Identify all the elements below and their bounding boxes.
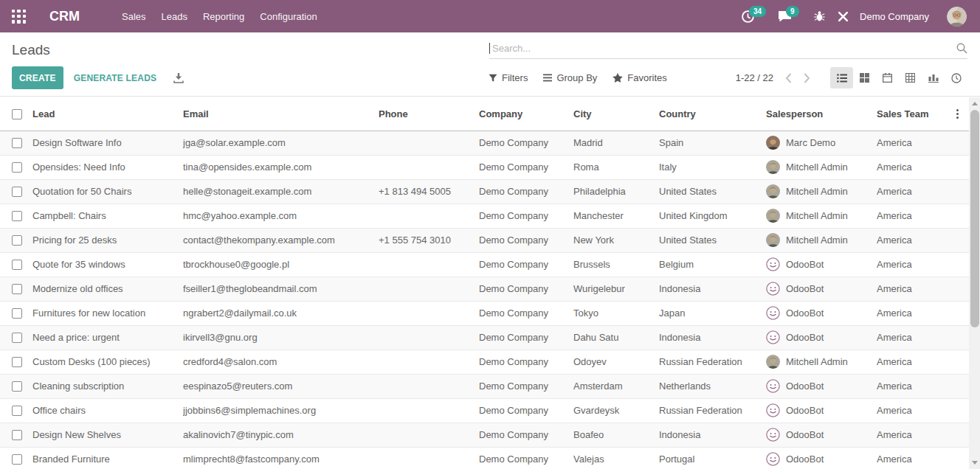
activities-icon[interactable]: 34 xyxy=(741,7,755,26)
lead-city: Tokyo xyxy=(573,301,659,325)
lead-country: United States xyxy=(659,179,766,204)
col-header-salesperson[interactable]: Salesperson xyxy=(766,97,877,131)
lead-company: Demo Company xyxy=(479,325,573,350)
table-row[interactable]: Pricing for 25 desks contact@thekompany.… xyxy=(0,228,969,252)
scroll-down-arrow[interactable] xyxy=(972,461,978,465)
row-checkbox[interactable] xyxy=(12,430,22,440)
table-row[interactable]: Branded Furniture mlimprecht8@fastcompan… xyxy=(0,447,969,469)
lead-name: Custom Desks (100 pieces) xyxy=(32,350,183,374)
table-row[interactable]: Campbell: Chairs hmc@yahoo.example.com D… xyxy=(0,204,969,228)
lead-country: United Kingdom xyxy=(659,204,766,228)
row-checkbox[interactable] xyxy=(12,235,22,246)
select-all-checkbox[interactable] xyxy=(12,109,22,119)
star-icon xyxy=(612,73,623,83)
scroll-thumb[interactable] xyxy=(970,110,979,327)
lead-city: Amsterdam xyxy=(573,374,659,398)
menu-sales[interactable]: Sales xyxy=(122,11,146,22)
col-header-city[interactable]: City xyxy=(573,97,659,131)
favorites-button[interactable]: Favorites xyxy=(612,72,666,83)
view-graph-button[interactable] xyxy=(922,67,945,88)
row-checkbox[interactable] xyxy=(12,162,22,173)
salesperson-avatar xyxy=(766,233,780,247)
row-checkbox[interactable] xyxy=(12,187,22,197)
table-row[interactable]: Furnitures for new location ngrabert2@da… xyxy=(0,301,969,325)
col-header-country[interactable]: Country xyxy=(659,97,766,131)
menu-leads[interactable]: Leads xyxy=(162,11,187,22)
bug-icon[interactable] xyxy=(813,7,826,26)
optional-columns-icon[interactable] xyxy=(952,109,962,119)
row-checkbox[interactable] xyxy=(12,260,22,270)
table-row[interactable]: Need a price: urgent ikirvell3@gnu.org D… xyxy=(0,325,969,350)
pager-previous[interactable] xyxy=(779,73,798,83)
lead-city: Boafeo xyxy=(573,423,659,447)
vertical-scrollbar[interactable] xyxy=(969,97,980,469)
lead-company: Demo Company xyxy=(479,277,573,301)
view-kanban-button[interactable] xyxy=(853,67,876,88)
lead-city: Wurigelebur xyxy=(573,277,659,301)
row-checkbox[interactable] xyxy=(12,406,22,416)
messages-icon[interactable]: 9 xyxy=(778,7,792,26)
col-header-phone[interactable]: Phone xyxy=(379,97,479,131)
row-checkbox[interactable] xyxy=(12,138,22,148)
table-row[interactable]: Cleaning subscription eespinazo5@reuters… xyxy=(0,374,969,398)
table-row[interactable]: Quotation for 50 Chairs helle@stonageit.… xyxy=(0,179,969,204)
row-checkbox[interactable] xyxy=(12,333,22,343)
row-checkbox[interactable] xyxy=(12,211,22,221)
user-avatar[interactable] xyxy=(947,7,967,27)
scroll-up-arrow[interactable] xyxy=(972,102,978,105)
lead-country: Netherlands xyxy=(659,374,766,398)
lead-country: United States xyxy=(659,228,766,252)
row-checkbox[interactable] xyxy=(12,454,22,465)
lead-name: Campbell: Chairs xyxy=(32,204,183,228)
search-icon[interactable] xyxy=(956,43,967,54)
apps-menu-icon[interactable] xyxy=(12,10,26,24)
view-pivot-button[interactable] xyxy=(899,67,922,88)
lead-name: Need a price: urgent xyxy=(32,325,183,350)
row-checkbox[interactable] xyxy=(12,357,22,367)
table-row[interactable]: Quote for 35 windows tbrockhouse0@google… xyxy=(0,252,969,277)
table-row[interactable]: Opensides: Need Info tina@opensides.exam… xyxy=(0,155,969,179)
salesperson-avatar xyxy=(766,452,780,466)
app-brand[interactable]: CRM xyxy=(49,9,80,24)
col-header-lead[interactable]: Lead xyxy=(32,97,183,131)
lead-company: Demo Company xyxy=(479,398,573,423)
row-checkbox[interactable] xyxy=(12,381,22,392)
create-button[interactable]: CREATE xyxy=(12,66,63,89)
table-row[interactable]: Design New Shelves akalinovich7@tinypic.… xyxy=(0,423,969,447)
table-row[interactable]: Office chairs jjobbins6@simplemachines.o… xyxy=(0,398,969,423)
col-header-company[interactable]: Company xyxy=(479,97,573,131)
company-switcher[interactable]: Demo Company xyxy=(860,11,929,22)
view-calendar-button[interactable] xyxy=(876,67,899,88)
row-checkbox[interactable] xyxy=(12,284,22,294)
view-list-button[interactable] xyxy=(830,67,853,88)
main-menu: Sales Leads Reporting Configuration xyxy=(122,11,317,22)
export-icon[interactable] xyxy=(173,73,184,83)
col-header-email[interactable]: Email xyxy=(183,97,379,131)
lead-email: hmc@yahoo.example.com xyxy=(183,204,379,228)
menu-reporting[interactable]: Reporting xyxy=(203,11,244,22)
search-input[interactable]: Search... xyxy=(489,43,967,59)
menu-configuration[interactable]: Configuration xyxy=(260,11,317,22)
lead-phone xyxy=(379,252,479,277)
row-checkbox[interactable] xyxy=(12,308,22,319)
table-row[interactable]: Custom Desks (100 pieces) credford4@salo… xyxy=(0,350,969,374)
lead-name: Cleaning subscription xyxy=(32,374,183,398)
lead-country: Indonesia xyxy=(659,423,766,447)
table-row[interactable]: Design Software Info jga@solar.example.c… xyxy=(0,131,969,155)
group-by-button[interactable]: Group By xyxy=(543,72,597,83)
lead-phone xyxy=(379,131,479,155)
table-row[interactable]: Modernize old offices fseiller1@theglobe… xyxy=(0,277,969,301)
filters-button[interactable]: Filters xyxy=(489,72,528,83)
lead-name: Design New Shelves xyxy=(32,423,183,447)
lead-country: Italy xyxy=(659,155,766,179)
lead-name: Quotation for 50 Chairs xyxy=(32,179,183,204)
salesperson-name: OdooBot xyxy=(786,308,824,319)
generate-leads-button[interactable]: GENERATE LEADS xyxy=(74,73,157,83)
table-header-row: Lead Email Phone Company City Country Sa… xyxy=(0,97,969,131)
messages-badge: 9 xyxy=(786,6,799,17)
pager-next[interactable] xyxy=(798,73,816,83)
tools-icon[interactable] xyxy=(837,7,849,26)
view-activity-button[interactable] xyxy=(945,67,967,88)
col-header-sales-team[interactable]: Sales Team xyxy=(877,97,952,131)
lead-company: Demo Company xyxy=(479,447,573,469)
